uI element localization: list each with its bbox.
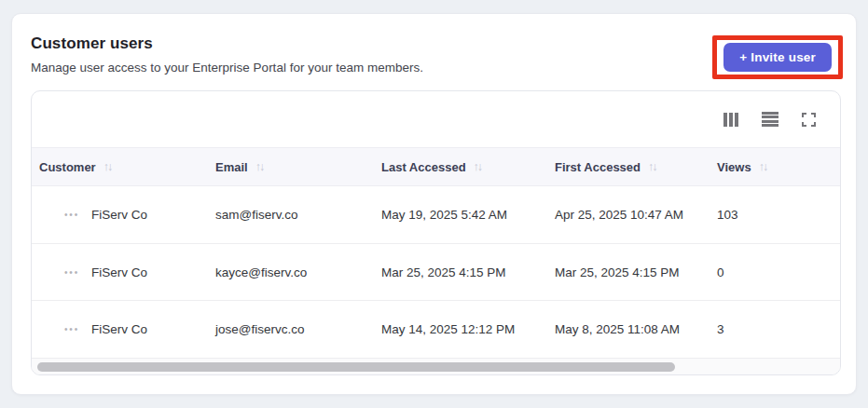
fullscreen-icon[interactable] [802, 113, 816, 127]
customer-users-panel: Customer users Manage user access to you… [11, 13, 857, 395]
cell-email: sam@fiserv.co [215, 208, 381, 222]
column-header-first-accessed[interactable]: First Accessed ↑↓ [555, 160, 717, 174]
cell-customer: FiServ Co [91, 265, 215, 279]
cell-last-accessed: May 14, 2025 12:12 PM [381, 322, 555, 336]
cell-views: 0 [717, 265, 840, 279]
table-row[interactable]: ••• FiServ Co kayce@fiserv.co Mar 25, 20… [32, 244, 840, 302]
cell-last-accessed: May 19, 2025 5:42 AM [381, 208, 555, 222]
panel-header: Customer users Manage user access to you… [12, 14, 856, 90]
users-table-card: Customer ↑↓ Email ↑↓ Last Accessed ↑↓ Fi… [31, 90, 841, 375]
row-menu-icon[interactable]: ••• [32, 324, 91, 334]
panel-header-text: Customer users Manage user access to you… [31, 34, 423, 75]
cell-first-accessed: Apr 25, 2025 10:47 AM [555, 208, 717, 222]
column-header-email[interactable]: Email ↑↓ [215, 160, 381, 174]
sort-icon[interactable]: ↑↓ [255, 160, 264, 173]
sort-icon[interactable]: ↑↓ [103, 160, 112, 173]
columns-icon[interactable] [723, 113, 739, 127]
cell-views: 3 [717, 322, 840, 336]
column-header-last-accessed[interactable]: Last Accessed ↑↓ [381, 160, 555, 174]
row-menu-icon[interactable]: ••• [32, 210, 91, 220]
table-row[interactable]: ••• FiServ Co jose@fiservc.co May 14, 20… [32, 301, 840, 359]
sort-icon[interactable]: ↑↓ [759, 160, 767, 173]
horizontal-scrollbar-thumb[interactable] [37, 362, 675, 372]
sort-icon[interactable]: ↑↓ [648, 160, 656, 173]
cell-last-accessed: Mar 25, 2025 4:15 PM [381, 265, 555, 279]
cell-first-accessed: May 8, 2025 11:08 AM [555, 322, 717, 336]
row-menu-icon[interactable]: ••• [32, 267, 91, 278]
table-toolbar [32, 91, 840, 147]
annotation-highlight-box: + Invite user [712, 35, 843, 79]
table-header-row: Customer ↑↓ Email ↑↓ Last Accessed ↑↓ Fi… [32, 147, 840, 186]
sort-icon[interactable]: ↑↓ [474, 160, 482, 173]
cell-email: jose@fiservc.co [215, 322, 381, 336]
cell-first-accessed: Mar 25, 2025 4:15 PM [555, 265, 717, 279]
page-title: Customer users [31, 34, 423, 53]
column-header-customer[interactable]: Customer ↑↓ [32, 160, 215, 174]
cell-customer: FiServ Co [91, 322, 215, 336]
cell-views: 103 [717, 208, 840, 222]
page-subtitle: Manage user access to your Enterprise Po… [31, 61, 423, 75]
cell-email: kayce@fiserv.co [215, 265, 381, 279]
column-header-views[interactable]: Views ↑↓ [717, 160, 840, 174]
row-density-icon[interactable] [762, 112, 778, 127]
cell-customer: FiServ Co [91, 208, 215, 222]
invite-user-button[interactable]: + Invite user [723, 43, 832, 72]
horizontal-scrollbar-track[interactable] [32, 359, 840, 374]
table-row[interactable]: ••• FiServ Co sam@fiserv.co May 19, 2025… [32, 186, 840, 244]
